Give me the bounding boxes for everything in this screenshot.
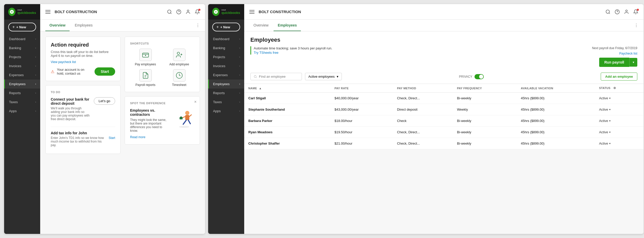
left-panel: intuit quickbooks + + New Dashboard › Ba… <box>4 4 205 234</box>
start-button[interactable]: Start <box>95 67 115 76</box>
search-icon-right[interactable] <box>605 9 611 14</box>
employee-search-input[interactable] <box>259 75 299 78</box>
col-name[interactable]: NAME ▲ <box>244 84 330 93</box>
sidebar-item-dashboard-right[interactable]: Dashboard › <box>208 34 244 43</box>
tab-employees-left[interactable]: Employees <box>71 20 97 31</box>
action-required-desc: Cross this task off your to do list befo… <box>51 50 115 58</box>
sidebar-item-reports-right[interactable]: Reports › <box>208 89 244 98</box>
cell-status-2[interactable]: Active ▾ <box>595 115 643 127</box>
col-pay-frequency[interactable]: PAY FREQUENCY <box>453 84 517 93</box>
shortcut-add-employee[interactable]: Add employee <box>164 49 194 66</box>
sidebar-item-projects-left[interactable]: Projects › <box>4 52 40 61</box>
sidebar-item-dashboard-left[interactable]: Dashboard › <box>4 34 40 43</box>
right-header: BOLT CONSTRUCTION <box>244 4 643 20</box>
cell-vacation-0: 45hrs ($899.00) <box>517 93 595 104</box>
view-paycheck-link[interactable]: View paycheck list <box>51 60 115 64</box>
notification-bell-right[interactable] <box>633 9 638 14</box>
paycheck-list-link[interactable]: Paycheck list <box>619 52 637 55</box>
sidebar-item-invoices-left[interactable]: Invoices › <box>4 61 40 70</box>
sidebar-item-employees-left[interactable]: Employees › <box>4 80 40 89</box>
shortcuts-title: SHORTCUTS <box>130 42 194 45</box>
sidebar-item-projects-right[interactable]: Projects › <box>208 52 244 61</box>
tab-overview-right[interactable]: Overview <box>249 20 273 31</box>
user-icon-left[interactable] <box>185 9 191 14</box>
sidebar-item-expenses-right[interactable]: Expenses › <box>208 70 244 80</box>
menu-icon-right[interactable] <box>249 9 255 14</box>
shortcut-pay-employees[interactable]: Pay employees <box>130 49 161 66</box>
cell-vacation-3: 45hrs ($899.00) <box>517 127 595 138</box>
cell-name-0[interactable]: Carl Stigall <box>244 93 330 104</box>
menu-icon-left[interactable] <box>45 9 50 14</box>
tsheets-link[interactable]: Try TSheets free <box>254 51 278 55</box>
cell-pay-method-2: Check <box>393 115 453 127</box>
user-icon-right[interactable] <box>624 9 629 14</box>
read-more-link[interactable]: Read more <box>130 135 145 139</box>
shortcut-payroll-reports[interactable]: Payroll reports <box>130 69 161 87</box>
svg-rect-19 <box>180 117 182 117</box>
run-payroll-button[interactable]: Run payroll <box>599 58 629 67</box>
svg-point-12 <box>185 111 189 115</box>
cell-status-1[interactable]: Active ▾ <box>595 104 643 115</box>
table-row: Christopher Shaffer $21.00/hour Check, D… <box>244 138 643 149</box>
close-spot-card-button[interactable]: × <box>194 100 197 104</box>
new-button-left[interactable]: + + New <box>8 23 36 31</box>
cell-status-4[interactable]: Active ▾ <box>595 138 643 149</box>
sidebar-item-banking-left[interactable]: Banking › <box>4 43 40 52</box>
sidebar-item-invoices-right[interactable]: Invoices › <box>208 61 244 70</box>
help-icon-right[interactable] <box>615 9 620 14</box>
add-employee-button[interactable]: Add an employee <box>601 73 637 81</box>
tab-more-left[interactable]: ⋮ <box>196 23 200 28</box>
pay-employees-icon <box>139 49 152 61</box>
svg-point-3 <box>187 10 189 12</box>
col-status[interactable]: STATUS ⚙ <box>595 84 643 93</box>
col-settings-icon[interactable]: ⚙ <box>613 86 616 90</box>
sidebar-item-reports-left[interactable]: Reports › <box>4 89 40 98</box>
right-panel: intuit quickbooks + + New Dashboard › Ba… <box>208 4 643 234</box>
col-pay-method[interactable]: PAY METHOD <box>393 84 453 93</box>
shortcut-timesheet[interactable]: Timesheet <box>164 69 194 87</box>
employees-header-area: Employees Automate time tracking; save 3… <box>244 31 643 69</box>
cell-status-0[interactable]: Active ▾ <box>595 93 643 104</box>
privacy-toggle-switch[interactable] <box>474 74 484 79</box>
sidebar-item-employees-right[interactable]: Employees › <box>208 80 244 89</box>
tsheets-text: Automate time tracking; save 3 hours per… <box>254 46 332 50</box>
tab-overview-left[interactable]: Overview <box>45 20 70 31</box>
employees-table-body: Carl Stigall $40,000.00/year Check, Dire… <box>244 93 643 149</box>
shortcuts-card: SHORTCUTS Pay employees <box>125 37 200 92</box>
left-tabs: Overview Employees ⋮ <box>40 20 205 31</box>
run-payroll-dropdown-button[interactable]: ▾ <box>629 58 637 67</box>
spot-card-title: SPOT THE DIFFERENCE <box>130 102 194 105</box>
tab-more-right[interactable]: ⋮ <box>634 23 638 28</box>
col-vacation[interactable]: AVAILABLE VACATION <box>517 84 595 93</box>
cell-name-3[interactable]: Ryan Meadows <box>244 127 330 138</box>
help-icon-left[interactable] <box>176 9 181 14</box>
svg-point-11 <box>179 126 189 128</box>
active-employees-filter[interactable]: Active employees ▾ <box>305 73 342 80</box>
tsheets-banner: Automate time tracking; save 3 hours per… <box>250 46 332 55</box>
sidebar-item-apps-left[interactable]: Apps › <box>4 107 40 116</box>
lets-go-button[interactable]: Let's go <box>94 97 115 105</box>
sidebar-item-banking-right[interactable]: Banking › <box>208 43 244 52</box>
sidebar-item-expenses-left[interactable]: Expenses › <box>4 70 40 80</box>
cell-name-4[interactable]: Christopher Shaffer <box>244 138 330 149</box>
todo-tax-link[interactable]: Start <box>109 136 115 140</box>
employee-search-box[interactable] <box>250 73 302 80</box>
tab-employees-right[interactable]: Employees <box>274 20 301 31</box>
sidebar-item-taxes-right[interactable]: Taxes › <box>208 98 244 107</box>
sidebar-item-taxes-left[interactable]: Taxes › <box>4 98 40 107</box>
cell-status-3[interactable]: Active ▾ <box>595 127 643 138</box>
sidebar-item-apps-right[interactable]: Apps › <box>208 107 244 116</box>
cell-vacation-1: 45hrs ($899.00) <box>517 104 595 115</box>
table-row: Carl Stigall $40,000.00/year Check, Dire… <box>244 93 643 104</box>
svg-point-0 <box>168 10 171 13</box>
cell-pay-freq-1: Weekly <box>453 104 517 115</box>
left-header: BOLT CONSTRUCTION <box>40 4 205 20</box>
cell-name-2[interactable]: Barbara Parker <box>244 115 330 127</box>
cell-name-1[interactable]: Stephanie Southerland <box>244 104 330 115</box>
notification-bell-left[interactable] <box>195 9 200 14</box>
qb-logo-icon-right <box>212 8 219 16</box>
col-pay-rate[interactable]: PAY RATE <box>330 84 393 93</box>
search-icon-left[interactable] <box>167 9 172 14</box>
new-button-right[interactable]: + + New <box>212 23 240 31</box>
svg-point-24 <box>254 75 256 77</box>
